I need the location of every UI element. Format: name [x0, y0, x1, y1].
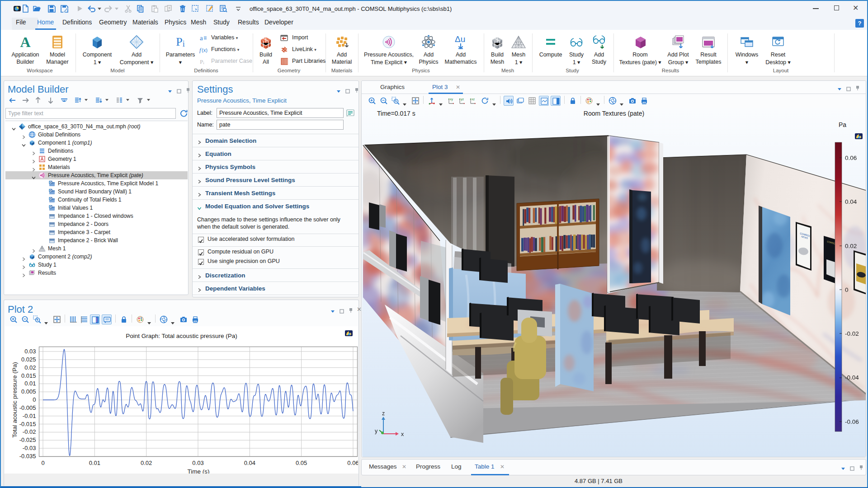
svg-text:Time (s): Time (s)	[188, 468, 210, 474]
svg-text:0.03: 0.03	[192, 460, 203, 466]
svg-text:0.01: 0.01	[24, 380, 36, 387]
svg-text:-0.035: -0.035	[19, 453, 36, 460]
svg-text:-0.03: -0.03	[23, 445, 36, 451]
svg-text:Total acoustic pressure (Pa): Total acoustic pressure (Pa)	[11, 362, 18, 437]
svg-text:0: 0	[845, 286, 849, 293]
svg-text:0.02: 0.02	[24, 364, 36, 371]
svg-text:-0.01: -0.01	[23, 413, 36, 419]
svg-text:Δu: Δu	[455, 34, 465, 44]
svg-text:-0.04: -0.04	[845, 374, 859, 381]
svg-text:Pi: Pi	[200, 58, 204, 65]
svg-text:0.04: 0.04	[845, 198, 857, 205]
svg-text:0: 0	[41, 460, 44, 466]
svg-text:Pi: Pi	[176, 35, 184, 48]
svg-text:D: D	[49, 205, 52, 208]
svg-text:z: z	[382, 410, 385, 417]
svg-text:xy: xy	[450, 98, 453, 101]
svg-text:D: D	[49, 189, 52, 192]
svg-text:0.01: 0.01	[89, 460, 100, 466]
svg-text:0.015: 0.015	[21, 372, 36, 379]
svg-text:0.05: 0.05	[296, 460, 307, 466]
svg-text:-0.025: -0.025	[19, 436, 36, 443]
svg-text:0.06: 0.06	[845, 155, 857, 161]
svg-text:0.02: 0.02	[845, 243, 857, 249]
svg-text:-0.02: -0.02	[845, 330, 859, 337]
svg-text:0.04: 0.04	[244, 460, 255, 466]
svg-text:0.025: 0.025	[21, 356, 36, 363]
svg-text:0.06: 0.06	[347, 460, 358, 466]
svg-text:a: a	[200, 34, 203, 42]
svg-text:0.005: 0.005	[21, 388, 36, 395]
svg-text:y: y	[375, 428, 378, 434]
svg-text:-0.015: -0.015	[19, 421, 36, 427]
svg-text:A: A	[20, 34, 30, 50]
svg-text:-0.02: -0.02	[23, 428, 36, 435]
svg-text:0.02: 0.02	[141, 460, 152, 466]
svg-text:D: D	[49, 181, 52, 184]
svg-text:0: 0	[33, 396, 36, 403]
svg-text:yz: yz	[461, 98, 464, 101]
svg-text:(x): (x)	[202, 47, 208, 53]
svg-text:0.03: 0.03	[24, 348, 36, 355]
svg-text:-0.005: -0.005	[19, 404, 36, 411]
svg-text:D: D	[49, 197, 52, 200]
svg-text:xz: xz	[472, 98, 475, 101]
svg-text:x: x	[401, 431, 404, 437]
svg-text:-0.06: -0.06	[845, 418, 859, 425]
